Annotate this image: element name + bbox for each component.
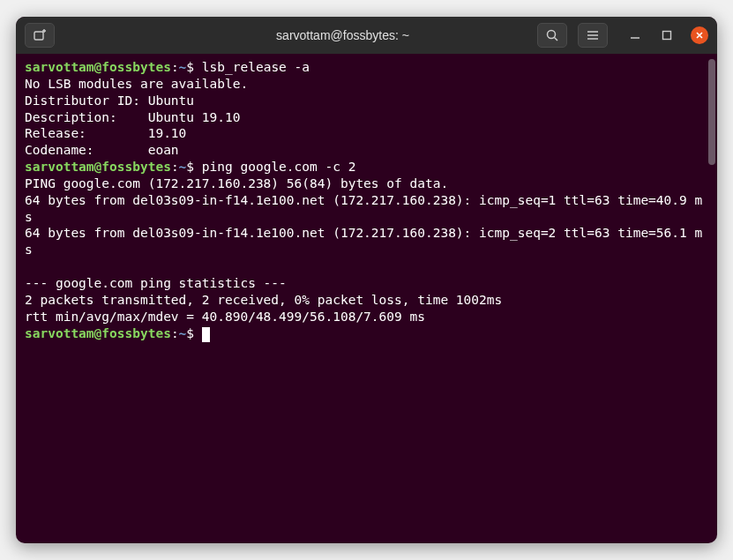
- close-button[interactable]: [691, 26, 708, 44]
- terminal-body[interactable]: sarvottam@fossbytes:~$ lsb_release -aNo …: [16, 54, 717, 543]
- output-text: --- google.com ping statistics ---: [25, 276, 287, 290]
- output-text: 64 bytes from del03s09-in-f14.1e100.net …: [25, 226, 702, 257]
- prompt-symbol: $: [186, 60, 201, 74]
- window-title: sarvottam@fossbytes: ~: [155, 28, 530, 42]
- prompt-line: sarvottam@fossbytes:~$ ping google.com -…: [25, 159, 708, 175]
- cursor: [202, 327, 210, 342]
- output-text: [25, 259, 33, 273]
- search-button[interactable]: [537, 23, 567, 48]
- search-icon: [545, 28, 559, 42]
- scrollbar-thumb[interactable]: [708, 59, 715, 165]
- output-text: No LSB modules are available.: [25, 77, 248, 91]
- new-tab-button[interactable]: [25, 23, 55, 48]
- output-line: 2 packets transmitted, 2 received, 0% pa…: [25, 292, 708, 309]
- output-line: Distributor ID: Ubuntu: [25, 93, 708, 109]
- output-line: [25, 258, 708, 275]
- prompt-line: sarvottam@fossbytes:~$: [25, 325, 708, 342]
- prompt-line: sarvottam@fossbytes:~$ lsb_release -a: [25, 59, 708, 76]
- output-line: 64 bytes from del03s09-in-f14.1e100.net …: [25, 192, 708, 226]
- svg-point-1: [548, 31, 556, 39]
- command-text: ping google.com -c 2: [202, 160, 356, 174]
- hamburger-icon: [586, 28, 600, 42]
- prompt-user-host: sarvottam@fossbytes: [25, 60, 171, 74]
- prompt-user-host: sarvottam@fossbytes: [25, 326, 171, 340]
- prompt-user-host: sarvottam@fossbytes: [25, 160, 171, 174]
- output-text: 2 packets transmitted, 2 received, 0% pa…: [25, 293, 502, 307]
- output-text: Codename: eoan: [25, 143, 179, 157]
- output-line: Release: 19.10: [25, 125, 708, 142]
- new-tab-icon: [33, 28, 47, 42]
- output-text: PING google.com (172.217.160.238) 56(84)…: [25, 176, 448, 190]
- menu-button[interactable]: [578, 23, 608, 48]
- prompt-sep: :: [171, 160, 179, 174]
- output-line: Codename: eoan: [25, 142, 708, 159]
- command-text: lsb_release -a: [202, 60, 310, 74]
- close-icon: [695, 31, 704, 40]
- output-text: 64 bytes from del03s09-in-f14.1e100.net …: [25, 193, 702, 224]
- svg-rect-2: [663, 32, 671, 40]
- output-line: rtt min/avg/max/mdev = 40.890/48.499/56.…: [25, 309, 708, 325]
- prompt-sep: :: [171, 60, 179, 74]
- output-text: Distributor ID: Ubuntu: [25, 93, 194, 108]
- output-line: 64 bytes from del03s09-in-f14.1e100.net …: [25, 225, 708, 258]
- output-text: Description: Ubuntu 19.10: [25, 110, 240, 124]
- output-text: rtt min/avg/max/mdev = 40.890/48.499/56.…: [25, 310, 425, 324]
- titlebar: sarvottam@fossbytes: ~: [16, 17, 717, 54]
- maximize-icon: [662, 30, 672, 41]
- prompt-sep: :: [171, 326, 179, 340]
- minimize-button[interactable]: [627, 27, 643, 43]
- prompt-symbol: $: [186, 160, 201, 174]
- maximize-button[interactable]: [659, 27, 675, 43]
- output-text: Release: 19.10: [25, 126, 186, 140]
- output-line: PING google.com (172.217.160.238) 56(84)…: [25, 175, 708, 192]
- output-line: Description: Ubuntu 19.10: [25, 109, 708, 126]
- prompt-symbol: $: [186, 326, 201, 340]
- output-line: --- google.com ping statistics ---: [25, 275, 708, 292]
- minimize-icon: [630, 30, 640, 41]
- svg-rect-0: [34, 32, 43, 40]
- output-line: No LSB modules are available.: [25, 76, 708, 93]
- terminal-window: sarvottam@fossbytes: ~: [16, 17, 717, 543]
